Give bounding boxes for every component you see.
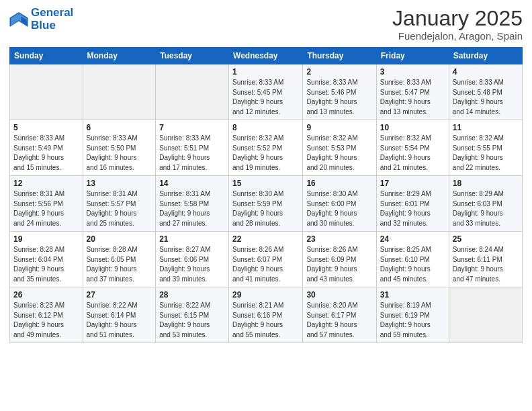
day-number: 23 (306, 234, 372, 244)
calendar-cell: 13Sunrise: 8:31 AM Sunset: 5:57 PM Dayli… (83, 176, 156, 232)
logo-icon (9, 12, 28, 27)
calendar-cell: 5Sunrise: 8:33 AM Sunset: 5:49 PM Daylig… (10, 120, 83, 176)
calendar-cell: 14Sunrise: 8:31 AM Sunset: 5:58 PM Dayli… (156, 176, 229, 232)
day-number: 20 (87, 234, 152, 244)
subtitle: Fuendejalon, Aragon, Spain (392, 30, 523, 42)
day-number: 28 (159, 290, 225, 300)
day-info: Sunrise: 8:24 AM Sunset: 6:11 PM Dayligh… (453, 245, 519, 284)
calendar-cell: 7Sunrise: 8:33 AM Sunset: 5:51 PM Daylig… (156, 120, 229, 176)
calendar-cell: 23Sunrise: 8:26 AM Sunset: 6:09 PM Dayli… (303, 232, 376, 287)
col-monday: Monday (83, 48, 156, 64)
day-info: Sunrise: 8:29 AM Sunset: 6:01 PM Dayligh… (380, 189, 445, 228)
day-info: Sunrise: 8:23 AM Sunset: 6:12 PM Dayligh… (13, 301, 79, 340)
calendar-cell: 28Sunrise: 8:22 AM Sunset: 6:15 PM Dayli… (156, 287, 229, 343)
calendar-week-row: 5Sunrise: 8:33 AM Sunset: 5:49 PM Daylig… (10, 120, 523, 176)
day-info: Sunrise: 8:33 AM Sunset: 5:48 PM Dayligh… (453, 78, 519, 117)
day-info: Sunrise: 8:29 AM Sunset: 6:03 PM Dayligh… (453, 189, 519, 228)
calendar-cell: 15Sunrise: 8:30 AM Sunset: 5:59 PM Dayli… (229, 176, 303, 232)
day-info: Sunrise: 8:33 AM Sunset: 5:50 PM Dayligh… (87, 134, 152, 173)
col-thursday: Thursday (303, 48, 376, 64)
calendar-header-row: Sunday Monday Tuesday Wednesday Thursday… (10, 48, 523, 64)
day-info: Sunrise: 8:28 AM Sunset: 6:05 PM Dayligh… (87, 245, 152, 284)
day-number: 19 (13, 234, 79, 244)
day-info: Sunrise: 8:22 AM Sunset: 6:15 PM Dayligh… (159, 301, 225, 340)
day-number: 25 (453, 234, 519, 244)
calendar-cell: 3Sunrise: 8:33 AM Sunset: 5:47 PM Daylig… (376, 64, 449, 120)
calendar-cell: 24Sunrise: 8:25 AM Sunset: 6:10 PM Dayli… (376, 232, 449, 287)
day-number: 9 (306, 123, 372, 132)
calendar-cell (449, 287, 522, 343)
day-info: Sunrise: 8:21 AM Sunset: 6:16 PM Dayligh… (232, 301, 299, 340)
day-number: 12 (13, 179, 79, 188)
calendar-cell: 21Sunrise: 8:27 AM Sunset: 6:06 PM Dayli… (156, 232, 229, 287)
day-info: Sunrise: 8:25 AM Sunset: 6:10 PM Dayligh… (380, 245, 445, 284)
day-info: Sunrise: 8:32 AM Sunset: 5:55 PM Dayligh… (453, 134, 519, 173)
calendar-cell: 6Sunrise: 8:33 AM Sunset: 5:50 PM Daylig… (83, 120, 156, 176)
day-number: 17 (380, 179, 445, 188)
day-info: Sunrise: 8:32 AM Sunset: 5:54 PM Dayligh… (380, 134, 445, 173)
col-wednesday: Wednesday (229, 48, 303, 64)
day-number: 30 (306, 290, 372, 300)
day-info: Sunrise: 8:27 AM Sunset: 6:06 PM Dayligh… (159, 245, 225, 284)
day-info: Sunrise: 8:33 AM Sunset: 5:47 PM Dayligh… (380, 78, 445, 117)
calendar-cell: 26Sunrise: 8:23 AM Sunset: 6:12 PM Dayli… (10, 287, 83, 343)
day-info: Sunrise: 8:30 AM Sunset: 6:00 PM Dayligh… (306, 189, 372, 228)
day-info: Sunrise: 8:20 AM Sunset: 6:17 PM Dayligh… (306, 301, 372, 340)
calendar-cell: 25Sunrise: 8:24 AM Sunset: 6:11 PM Dayli… (449, 232, 522, 287)
day-number: 29 (232, 290, 299, 300)
calendar-cell: 10Sunrise: 8:32 AM Sunset: 5:54 PM Dayli… (376, 120, 449, 176)
day-number: 7 (159, 123, 225, 132)
day-number: 8 (232, 123, 299, 132)
col-tuesday: Tuesday (156, 48, 229, 64)
calendar-cell (156, 64, 229, 120)
day-number: 1 (232, 67, 299, 77)
main-title: January 2025 (392, 7, 523, 30)
logo-text: General Blue (31, 7, 73, 32)
calendar-cell (83, 64, 156, 120)
day-info: Sunrise: 8:28 AM Sunset: 6:04 PM Dayligh… (13, 245, 79, 284)
day-info: Sunrise: 8:31 AM Sunset: 5:56 PM Dayligh… (13, 189, 79, 228)
day-number: 10 (380, 123, 445, 132)
col-sunday: Sunday (10, 48, 83, 64)
day-number: 3 (380, 67, 445, 77)
day-info: Sunrise: 8:33 AM Sunset: 5:46 PM Dayligh… (306, 78, 372, 117)
day-number: 4 (453, 67, 519, 77)
day-number: 26 (13, 290, 79, 300)
day-number: 21 (159, 234, 225, 244)
calendar-cell: 31Sunrise: 8:19 AM Sunset: 6:19 PM Dayli… (376, 287, 449, 343)
day-info: Sunrise: 8:33 AM Sunset: 5:49 PM Dayligh… (13, 134, 79, 173)
calendar-cell: 4Sunrise: 8:33 AM Sunset: 5:48 PM Daylig… (449, 64, 522, 120)
calendar-cell: 2Sunrise: 8:33 AM Sunset: 5:46 PM Daylig… (303, 64, 376, 120)
calendar-cell: 18Sunrise: 8:29 AM Sunset: 6:03 PM Dayli… (449, 176, 522, 232)
day-info: Sunrise: 8:31 AM Sunset: 5:58 PM Dayligh… (159, 189, 225, 228)
day-info: Sunrise: 8:26 AM Sunset: 6:09 PM Dayligh… (306, 245, 372, 284)
calendar-cell: 8Sunrise: 8:32 AM Sunset: 5:52 PM Daylig… (229, 120, 303, 176)
day-number: 18 (453, 179, 519, 188)
header: General Blue January 2025 Fuendejalon, A… (9, 7, 523, 42)
calendar-cell: 19Sunrise: 8:28 AM Sunset: 6:04 PM Dayli… (10, 232, 83, 287)
day-number: 22 (232, 234, 299, 244)
calendar-cell: 30Sunrise: 8:20 AM Sunset: 6:17 PM Dayli… (303, 287, 376, 343)
calendar-cell: 20Sunrise: 8:28 AM Sunset: 6:05 PM Dayli… (83, 232, 156, 287)
day-number: 5 (13, 123, 79, 132)
day-number: 11 (453, 123, 519, 132)
calendar-cell: 12Sunrise: 8:31 AM Sunset: 5:56 PM Dayli… (10, 176, 83, 232)
calendar-cell (10, 64, 83, 120)
day-number: 14 (159, 179, 225, 188)
col-friday: Friday (376, 48, 449, 64)
calendar-week-row: 19Sunrise: 8:28 AM Sunset: 6:04 PM Dayli… (10, 232, 523, 287)
day-number: 6 (87, 123, 152, 132)
day-info: Sunrise: 8:33 AM Sunset: 5:51 PM Dayligh… (159, 134, 225, 173)
calendar-cell: 11Sunrise: 8:32 AM Sunset: 5:55 PM Dayli… (449, 120, 522, 176)
title-block: January 2025 Fuendejalon, Aragon, Spain (392, 7, 523, 42)
calendar-cell: 27Sunrise: 8:22 AM Sunset: 6:14 PM Dayli… (83, 287, 156, 343)
page: General Blue January 2025 Fuendejalon, A… (0, 0, 532, 411)
calendar-week-row: 26Sunrise: 8:23 AM Sunset: 6:12 PM Dayli… (10, 287, 523, 343)
day-info: Sunrise: 8:32 AM Sunset: 5:53 PM Dayligh… (306, 134, 372, 173)
calendar-week-row: 12Sunrise: 8:31 AM Sunset: 5:56 PM Dayli… (10, 176, 523, 232)
day-info: Sunrise: 8:30 AM Sunset: 5:59 PM Dayligh… (232, 189, 299, 228)
day-info: Sunrise: 8:33 AM Sunset: 5:45 PM Dayligh… (232, 78, 299, 117)
calendar-cell: 16Sunrise: 8:30 AM Sunset: 6:00 PM Dayli… (303, 176, 376, 232)
day-info: Sunrise: 8:32 AM Sunset: 5:52 PM Dayligh… (232, 134, 299, 173)
calendar-cell: 29Sunrise: 8:21 AM Sunset: 6:16 PM Dayli… (229, 287, 303, 343)
